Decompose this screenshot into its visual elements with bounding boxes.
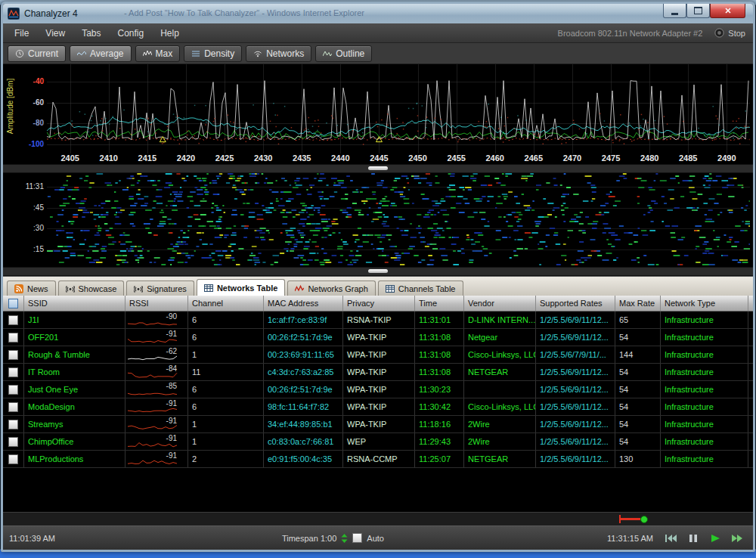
rssi-sparkline bbox=[128, 423, 181, 431]
cell-privacy: WPA-TKIP bbox=[343, 398, 415, 415]
column-header-mac-address[interactable]: MAC Address bbox=[264, 296, 343, 311]
row-select-cell bbox=[3, 381, 24, 398]
tab-news[interactable]: News bbox=[7, 281, 56, 296]
row-checkbox[interactable] bbox=[8, 437, 18, 447]
clock-icon bbox=[15, 49, 24, 58]
close-button[interactable] bbox=[710, 4, 745, 18]
time-scrubber[interactable] bbox=[619, 515, 651, 523]
menu-config[interactable]: Config bbox=[110, 26, 153, 41]
row-checkbox[interactable] bbox=[8, 402, 18, 412]
column-header-network-type[interactable]: Network Type bbox=[661, 296, 748, 311]
timeline-bar[interactable] bbox=[3, 512, 753, 525]
menu-help[interactable]: Help bbox=[152, 26, 187, 41]
cell-max_rate: 54 bbox=[615, 433, 661, 450]
cell-rates: 1/2/5.5/6/9/11/12... bbox=[536, 398, 615, 415]
row-checkbox[interactable] bbox=[8, 385, 18, 395]
skip-back-button[interactable] bbox=[661, 532, 681, 545]
table-row[interactable]: Streamys-91134:ef:44:89:85:b1WPA-TKIP11:… bbox=[3, 416, 753, 433]
auto-checkbox[interactable] bbox=[352, 533, 362, 543]
scrubber-handle[interactable] bbox=[640, 516, 648, 523]
cell-type: Infrastructure bbox=[661, 381, 748, 398]
table-header: SSIDRSSIChannelMAC AddressPrivacyTimeVen… bbox=[3, 296, 753, 312]
row-checkbox[interactable] bbox=[8, 315, 18, 325]
table-row[interactable]: OFF201-91600:26:f2:51:7d:9eWPA-TKIP11:31… bbox=[3, 329, 753, 346]
rssi-sparkline bbox=[128, 458, 181, 466]
select-all-checkbox[interactable] bbox=[8, 299, 18, 308]
toolbar-button-label: Density bbox=[204, 48, 234, 59]
row-checkbox[interactable] bbox=[8, 367, 18, 377]
menu-view[interactable]: View bbox=[37, 26, 73, 41]
cell-mac: 00:26:f2:51:7d:9e bbox=[264, 329, 343, 346]
menu-bar: FileViewTabsConfigHelp Broadcom 802.11n … bbox=[3, 23, 753, 43]
tab-showcase[interactable]: Showcase bbox=[58, 281, 125, 296]
spectral-chart: Amplitude [dBm] 240524102415242024252430… bbox=[3, 64, 753, 164]
menu-tabs[interactable]: Tabs bbox=[73, 26, 109, 41]
frequency-tick: 2425 bbox=[215, 153, 234, 163]
table-row[interactable]: ModaDesign-91698:fc:11:64:f7:82WPA-TKIP1… bbox=[3, 398, 753, 416]
tab-channels-table[interactable]: Channels Table bbox=[378, 281, 463, 296]
table-row[interactable]: Just One Eye-85600:26:f2:51:7d:9eWPA-TKI… bbox=[3, 381, 753, 398]
select-all-header[interactable] bbox=[3, 296, 24, 311]
fast-forward-button[interactable] bbox=[727, 532, 747, 545]
cell-privacy: WPA-TKIP bbox=[343, 329, 415, 346]
column-header-privacy[interactable]: Privacy bbox=[343, 296, 415, 311]
toolbar-button-current[interactable]: Current bbox=[8, 45, 66, 62]
splitter-grip[interactable] bbox=[368, 269, 388, 273]
rssi-sparkline bbox=[128, 319, 181, 327]
column-header-ssid[interactable]: SSID bbox=[24, 296, 125, 311]
table-icon bbox=[204, 284, 213, 293]
row-checkbox[interactable] bbox=[8, 454, 18, 464]
cell-vendor bbox=[464, 381, 536, 398]
splitter-top[interactable] bbox=[3, 164, 753, 173]
cell-time: 11:29:43 bbox=[415, 433, 464, 450]
table-row[interactable]: Rough & Tumble-62100:23:69:91:11:65WPA-T… bbox=[3, 346, 753, 364]
column-header-rssi[interactable]: RSSI bbox=[125, 296, 188, 311]
toolbar-button-label: Networks bbox=[266, 48, 304, 59]
table-row[interactable]: MLProductions-912e0:91:f5:00:4c:35RSNA-C… bbox=[3, 451, 753, 468]
row-checkbox[interactable] bbox=[8, 420, 18, 429]
pause-button[interactable] bbox=[683, 532, 703, 545]
column-header-supported-rates[interactable]: Supported Rates bbox=[536, 296, 615, 311]
toolbar-button-density[interactable]: Density bbox=[184, 45, 242, 62]
table-row[interactable]: IT Room-8411c4:3d:c7:63:a2:85WPA-TKIP11:… bbox=[3, 364, 753, 381]
tab-networks-table[interactable]: Networks Table bbox=[197, 279, 286, 296]
spectral-plot[interactable] bbox=[47, 64, 750, 153]
column-header-time[interactable]: Time bbox=[415, 296, 464, 311]
cell-type: Infrastructure bbox=[661, 346, 748, 363]
cell-rssi: -62 bbox=[125, 346, 188, 363]
tab-signatures[interactable]: Signatures bbox=[126, 281, 194, 296]
play-icon bbox=[708, 533, 723, 544]
column-header-channel[interactable]: Channel bbox=[188, 296, 264, 311]
stop-button[interactable]: Stop bbox=[714, 28, 745, 38]
row-checkbox[interactable] bbox=[8, 350, 18, 360]
column-header-max-rate[interactable]: Max Rate bbox=[615, 296, 661, 311]
toolbar-button-networks[interactable]: Networks bbox=[246, 45, 311, 62]
waterfall-plot[interactable] bbox=[47, 173, 750, 267]
column-header-vendor[interactable]: Vendor bbox=[464, 296, 536, 311]
minimize-button[interactable] bbox=[663, 4, 686, 18]
toolbar-button-outline[interactable]: Outline bbox=[315, 45, 372, 62]
title-bar[interactable]: Chanalyzer 4 - Add Post "How To Talk Cha… bbox=[3, 4, 753, 23]
amplitude-tick: -80 bbox=[15, 119, 44, 127]
table-row[interactable]: ChimpOffice-911c0:83:0a:c7:66:81WEP11:29… bbox=[3, 433, 753, 451]
timespan-spinner[interactable] bbox=[341, 533, 348, 544]
maximize-button[interactable] bbox=[686, 4, 710, 18]
cell-rates: 1/2/5.5/6/9/11/12... bbox=[536, 433, 615, 450]
tab-networks-graph[interactable]: Networks Graph bbox=[287, 281, 375, 296]
amplitude-axis-label: Amplitude [dBm] bbox=[6, 65, 14, 148]
tab-label: News bbox=[27, 284, 48, 293]
table-row[interactable]: J1I-9061c:af:f7:ce:83:9fRSNA-TKIP11:31:0… bbox=[3, 312, 753, 329]
toolbar-button-average[interactable]: Average bbox=[70, 45, 131, 62]
cell-max_rate: 54 bbox=[615, 398, 661, 415]
menu-file[interactable]: File bbox=[6, 26, 37, 41]
toolbar-button-max[interactable]: Max bbox=[135, 45, 181, 62]
cell-channel: 6 bbox=[188, 329, 264, 346]
maximize-icon bbox=[694, 7, 702, 14]
scrubber-range-line[interactable] bbox=[621, 518, 640, 520]
play-button[interactable] bbox=[705, 532, 725, 545]
cell-rates: 1/2/5.5/6/9/11/12... bbox=[536, 381, 615, 398]
row-checkbox[interactable] bbox=[8, 333, 18, 343]
splitter-grip[interactable] bbox=[368, 166, 388, 170]
cell-max_rate: 54 bbox=[615, 416, 661, 432]
splitter-bottom[interactable] bbox=[3, 267, 753, 276]
